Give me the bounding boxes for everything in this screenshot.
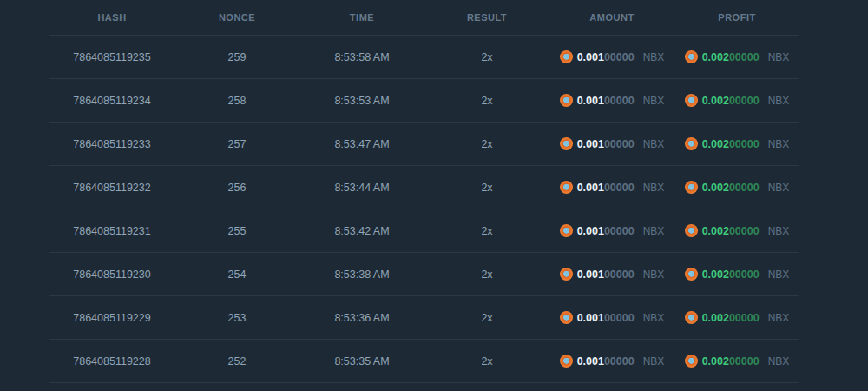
table-row: 7864085119235 259 8:53:58 AM 2x 0.001000… (49, 36, 799, 79)
time-value: 8:53:47 AM (299, 138, 424, 150)
profit-trailing-zeros: 00000 (729, 355, 760, 368)
profit-cell: 0.00200000 NBX (674, 224, 799, 237)
amount-trailing-zeros: 00000 (604, 95, 635, 107)
profit-trailing-zeros: 00000 (729, 268, 760, 281)
currency-label: NBX (768, 225, 790, 237)
nbx-coin-icon (560, 181, 573, 194)
nbx-coin-icon (560, 94, 573, 107)
nbx-coin-icon (560, 224, 573, 237)
result-value: 2x (424, 138, 549, 150)
nonce-value: 256 (174, 182, 299, 194)
amount-main-digits: 0.001 (577, 355, 604, 368)
amount-trailing-zeros: 00000 (604, 312, 635, 324)
hash-value: 7864085119232 (49, 182, 174, 194)
hash-value: 7864085119231 (49, 225, 174, 237)
amount-cell: 0.00100000 NBX (549, 181, 674, 194)
currency-label: NBX (768, 51, 790, 63)
amount-trailing-zeros: 00000 (604, 268, 635, 281)
amount-cell: 0.00100000 NBX (549, 50, 674, 63)
profit-main-digits: 0.002 (702, 95, 729, 107)
result-value: 2x (424, 268, 549, 281)
currency-label: NBX (643, 268, 665, 281)
result-value: 2x (424, 95, 549, 107)
currency-label: NBX (768, 312, 790, 324)
nonce-value: 255 (174, 225, 299, 237)
amount-cell: 0.00100000 NBX (549, 94, 674, 107)
time-value: 8:53:58 AM (299, 51, 424, 63)
nbx-coin-icon (685, 224, 698, 237)
column-header-nonce: NONCE (174, 12, 299, 23)
table-body: 7864085119235 259 8:53:58 AM 2x 0.001000… (49, 36, 799, 383)
amount-cell: 0.00100000 NBX (549, 137, 674, 150)
profit-main-digits: 0.002 (702, 182, 729, 194)
bet-history-table: HASH NONCE TIME RESULT AMOUNT PROFIT 786… (49, 0, 799, 383)
profit-main-digits: 0.002 (702, 225, 729, 237)
profit-trailing-zeros: 00000 (729, 138, 760, 150)
nbx-coin-icon (560, 50, 573, 63)
amount-trailing-zeros: 00000 (604, 138, 635, 150)
nonce-value: 254 (174, 268, 299, 281)
profit-cell: 0.00200000 NBX (674, 137, 799, 150)
currency-label: NBX (768, 268, 790, 281)
amount-cell: 0.00100000 NBX (549, 268, 674, 281)
profit-main-digits: 0.002 (702, 51, 729, 63)
table-row: 7864085119230 254 8:53:38 AM 2x 0.001000… (49, 253, 799, 296)
currency-label: NBX (643, 312, 665, 324)
currency-label: NBX (643, 355, 665, 368)
nonce-value: 252 (174, 355, 299, 368)
table-row: 7864085119233 257 8:53:47 AM 2x 0.001000… (49, 123, 799, 166)
nbx-coin-icon (560, 268, 573, 281)
hash-value: 7864085119233 (49, 138, 174, 150)
time-value: 8:53:44 AM (299, 182, 424, 194)
column-header-time: TIME (299, 12, 424, 23)
profit-cell: 0.00200000 NBX (674, 94, 799, 107)
amount-trailing-zeros: 00000 (604, 355, 635, 368)
table-row: 7864085119231 255 8:53:42 AM 2x 0.001000… (49, 209, 799, 253)
time-value: 8:53:38 AM (299, 268, 424, 281)
nonce-value: 259 (174, 51, 299, 63)
hash-value: 7864085119229 (49, 312, 174, 324)
amount-trailing-zeros: 00000 (604, 225, 635, 237)
nbx-coin-icon (560, 355, 573, 368)
nbx-coin-icon (685, 94, 698, 107)
profit-trailing-zeros: 00000 (729, 225, 760, 237)
hash-value: 7864085119234 (49, 95, 174, 107)
currency-label: NBX (643, 182, 665, 194)
time-value: 8:53:42 AM (299, 225, 424, 237)
amount-trailing-zeros: 00000 (604, 51, 635, 63)
column-header-hash: HASH (49, 12, 174, 23)
table-row: 7864085119232 256 8:53:44 AM 2x 0.001000… (49, 166, 799, 209)
result-value: 2x (424, 312, 549, 324)
time-value: 8:53:53 AM (299, 95, 424, 107)
profit-cell: 0.00200000 NBX (674, 355, 799, 368)
column-header-result: RESULT (424, 12, 549, 23)
amount-main-digits: 0.001 (577, 182, 604, 194)
currency-label: NBX (643, 225, 665, 237)
amount-trailing-zeros: 00000 (604, 182, 635, 194)
currency-label: NBX (768, 138, 790, 150)
amount-cell: 0.00100000 NBX (549, 311, 674, 324)
currency-label: NBX (643, 51, 665, 63)
profit-trailing-zeros: 00000 (729, 95, 760, 107)
amount-main-digits: 0.001 (577, 268, 604, 281)
hash-value: 7864085119228 (49, 355, 174, 368)
amount-cell: 0.00100000 NBX (549, 224, 674, 237)
nbx-coin-icon (685, 355, 698, 368)
time-value: 8:53:35 AM (299, 355, 424, 368)
nonce-value: 258 (174, 95, 299, 107)
currency-label: NBX (768, 95, 790, 107)
nonce-value: 253 (174, 312, 299, 324)
result-value: 2x (424, 225, 549, 237)
profit-cell: 0.00200000 NBX (674, 181, 799, 194)
currency-label: NBX (768, 355, 790, 368)
profit-cell: 0.00200000 NBX (674, 50, 799, 63)
profit-trailing-zeros: 00000 (729, 51, 760, 63)
nbx-coin-icon (560, 137, 573, 150)
nbx-coin-icon (560, 311, 573, 324)
nbx-coin-icon (685, 311, 698, 324)
profit-main-digits: 0.002 (702, 355, 729, 368)
table-row: 7864085119229 253 8:53:36 AM 2x 0.001000… (49, 296, 799, 340)
column-header-amount: AMOUNT (549, 12, 674, 23)
profit-cell: 0.00200000 NBX (674, 311, 799, 324)
nbx-coin-icon (685, 268, 698, 281)
